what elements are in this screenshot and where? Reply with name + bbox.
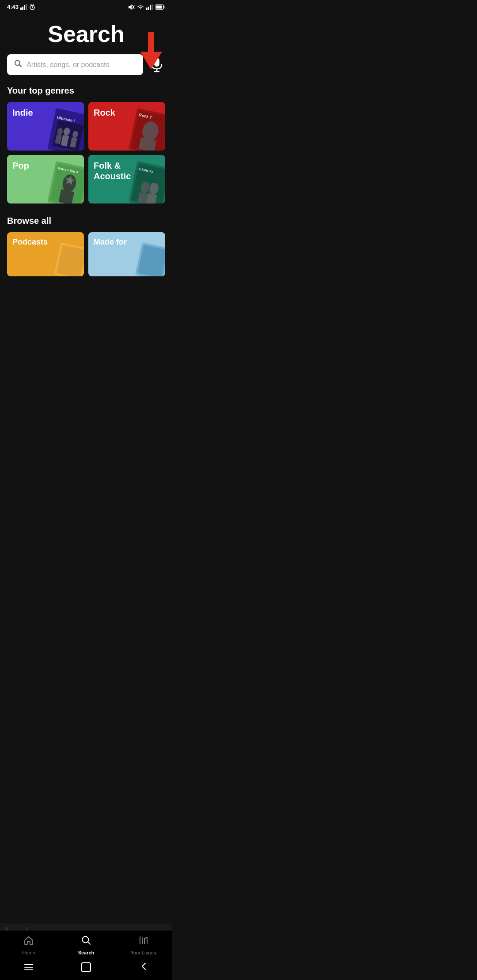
svg-rect-1 [22,7,23,10]
genre-card-indie[interactable]: Indie [7,102,84,151]
browse-all-title: Browse all [7,216,165,226]
genre-card-folk[interactable]: Folk & Acoustic Infinite Ac [88,155,165,204]
browse-card-podcasts[interactable]: Podcasts [7,232,84,276]
svg-marker-9 [129,4,132,10]
svg-rect-13 [148,7,149,10]
wifi-icon [137,4,144,10]
genre-art-folk: Infinite Ac [129,161,165,204]
browse-all-section: Browse all Podcasts Made for [7,216,165,276]
svg-rect-17 [164,6,165,8]
browse-card-made-for[interactable]: Made for [88,232,165,276]
time: 4:43 [7,4,19,10]
status-bar: 4:43 [0,0,172,12]
genre-art-indie: Ultimate I [47,108,84,151]
browse-label-made-for: Made for [94,237,127,247]
genre-grid: Indie [7,102,165,204]
svg-rect-8 [33,4,34,5]
browse-label-podcasts: Podcasts [12,237,48,247]
svg-rect-18 [156,5,162,8]
svg-rect-7 [30,4,32,5]
page-title: Search [7,21,165,47]
svg-rect-3 [26,4,27,10]
top-genres-section: Your top genres Indie [7,86,165,204]
search-placeholder: Artists, songs, or podcasts [26,61,110,69]
search-bar-row: Artists, songs, or podcasts [7,54,165,75]
genre-label-rock: Rock [94,107,115,118]
svg-rect-2 [24,5,25,10]
main-content: Search Artists, songs, or podcasts Your … [0,12,172,334]
mute-icon [128,4,135,10]
svg-rect-23 [154,58,159,67]
status-left: 4:43 [7,4,35,10]
alarm-icon [29,4,35,10]
genre-art-pop: Today's Top H [47,161,84,204]
genre-label-indie: Indie [12,107,33,118]
status-right [128,4,165,10]
search-icon [14,60,22,70]
genre-label-pop: Pop [12,160,29,171]
svg-line-6 [32,8,33,8]
svg-rect-15 [151,4,153,10]
top-genres-title: Your top genres [7,86,165,96]
mic-icon [150,57,163,72]
genre-card-pop[interactable]: Pop Today's Top H [7,155,84,204]
genre-label-folk: Folk & Acoustic [94,160,131,181]
svg-line-22 [19,65,22,67]
svg-rect-12 [146,8,148,10]
mic-button[interactable] [148,56,165,74]
genre-art-rock: Rock T [129,108,165,151]
svg-rect-0 [20,8,22,10]
signal2-icon [146,4,153,10]
svg-rect-14 [150,5,151,10]
battery-icon [155,4,165,10]
signal-icon [20,4,27,10]
browse-grid: Podcasts Made for [7,232,165,276]
genre-card-rock[interactable]: Rock Rock T [88,102,165,151]
search-input-container[interactable]: Artists, songs, or podcasts [7,54,143,75]
